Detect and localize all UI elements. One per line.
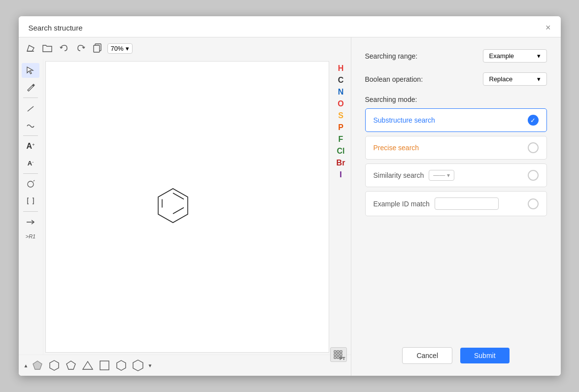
editor-area: A + A - (19, 59, 351, 355)
redo-icon[interactable] (74, 41, 88, 55)
svg-marker-15 (83, 361, 93, 369)
atom-Br[interactable]: Br (335, 158, 347, 168)
wave-tool[interactable] (22, 118, 39, 132)
svg-rect-16 (100, 361, 109, 370)
check-icon: ✓ (530, 117, 536, 124)
arrow-tool[interactable] (22, 215, 39, 229)
zoom-dropdown[interactable]: 70% ▾ (107, 43, 133, 54)
svg-rect-3 (94, 45, 100, 52)
atom-H[interactable]: H (336, 63, 346, 74)
cancel-button[interactable]: Cancel (402, 347, 452, 364)
shape-pentagon-outline[interactable] (64, 358, 78, 373)
shape-hexagon-sm[interactable] (114, 358, 129, 373)
draw-tool[interactable] (22, 80, 39, 95)
zoom-arrow-icon: ▾ (126, 45, 129, 52)
submit-button[interactable]: Submit (460, 348, 510, 363)
left-tools: A + A - (19, 59, 43, 355)
similarity-chevron-icon: ▾ (447, 172, 450, 179)
boolean-operation-chevron-icon: ▾ (537, 75, 541, 83)
mode-substructure-search[interactable]: Substructure search ✓ (365, 108, 547, 132)
svg-marker-18 (133, 360, 143, 371)
dialog-title: Search structure (29, 24, 83, 32)
searching-range-label: Searching range: (365, 52, 418, 60)
shape-square[interactable] (97, 358, 112, 373)
line-tool[interactable] (22, 101, 39, 116)
mode-precise-label: Precise search (374, 144, 419, 152)
toolbar-top: 70% ▾ (19, 37, 351, 59)
canvas-drawing-area[interactable] (45, 61, 329, 353)
text-smaller-tool[interactable]: A - (22, 156, 39, 170)
similarity-dropdown-value: —— (433, 172, 445, 179)
copy-icon[interactable] (91, 41, 104, 55)
similarity-sub-dropdown[interactable]: —— ▾ (429, 170, 454, 181)
atom-S[interactable]: S (336, 110, 345, 121)
tool-divider-1 (23, 98, 38, 98)
svg-rect-21 (340, 351, 342, 353)
mode-options-container: Substructure search ✓ Precise search (365, 108, 547, 216)
shape-pentagon-filled[interactable] (30, 358, 45, 373)
precise-radio-unchecked (528, 142, 539, 153)
boolean-operation-dropdown[interactable]: Replace ▾ (483, 72, 547, 86)
atom-F[interactable]: F (337, 134, 345, 145)
svg-rect-26 (337, 357, 339, 359)
folder-icon[interactable] (40, 41, 54, 55)
svg-point-6 (28, 181, 34, 187)
svg-marker-4 (27, 67, 33, 74)
r1-label: >R1 (26, 233, 36, 239)
example-id-input[interactable] (435, 197, 499, 210)
mode-example-id-match[interactable]: Example ID match (365, 191, 547, 216)
cursor-tool[interactable] (22, 63, 39, 78)
svg-rect-25 (334, 357, 336, 359)
svg-line-10 (173, 208, 184, 214)
svg-marker-14 (67, 361, 75, 369)
mode-example-left: Example ID match (374, 197, 499, 210)
right-panel: Searching range: Example ▾ Boolean opera… (351, 37, 561, 376)
zoom-value: 70% (111, 45, 124, 52)
undo-icon[interactable] (57, 41, 71, 55)
shape-hexagon-outline-5[interactable] (47, 358, 62, 373)
boolean-operation-row: Boolean operation: Replace ▾ (365, 72, 547, 86)
spacer (365, 230, 547, 337)
mode-substructure-label: Substructure search (374, 116, 435, 124)
shape-triangle[interactable] (80, 358, 95, 373)
periodic-table-icon[interactable]: PT (330, 347, 347, 362)
atom-Cl[interactable]: Cl (335, 146, 347, 157)
shape-hexagon-lg[interactable] (131, 358, 145, 373)
mode-similarity-label: Similarity search (374, 171, 424, 179)
svg-rect-19 (334, 351, 336, 353)
svg-rect-20 (337, 351, 339, 353)
close-button[interactable]: × (545, 23, 551, 32)
svg-rect-22 (334, 354, 336, 356)
text-larger-tool[interactable]: A + (22, 139, 39, 154)
dialog-footer: Cancel Submit (365, 347, 547, 364)
mode-substructure-left: Substructure search (374, 116, 435, 124)
svg-marker-8 (158, 189, 188, 223)
tool-divider-4 (23, 211, 38, 212)
ring-tool[interactable] (22, 177, 39, 192)
shapes-scroll-right[interactable]: ▼ (147, 363, 152, 368)
search-structure-dialog: Search structure × (19, 16, 561, 376)
bracket-tool[interactable] (22, 194, 39, 208)
atom-C[interactable]: C (336, 75, 346, 86)
shapes-scroll-left[interactable]: ▲ (24, 363, 29, 368)
mode-similarity-search[interactable]: Similarity search —— ▾ (365, 163, 547, 187)
mode-similarity-left: Similarity search —— ▾ (374, 170, 455, 181)
dialog-body: 70% ▾ (19, 37, 561, 376)
mode-precise-left: Precise search (374, 144, 419, 152)
mode-precise-search[interactable]: Precise search (365, 136, 547, 160)
left-panel: 70% ▾ (19, 37, 351, 376)
example-radio-unchecked (528, 198, 539, 209)
r1-label-container: >R1 (26, 231, 36, 240)
searching-range-value: Example (489, 52, 514, 60)
searching-range-dropdown[interactable]: Example ▾ (483, 49, 547, 63)
eraser-icon[interactable] (24, 41, 37, 55)
svg-marker-12 (33, 361, 42, 369)
searching-mode-section: Searching mode: Substructure search ✓ (365, 96, 547, 220)
atom-N[interactable]: N (336, 87, 346, 98)
atom-O[interactable]: O (336, 98, 345, 109)
svg-marker-13 (50, 360, 59, 370)
atom-P[interactable]: P (336, 122, 345, 133)
dialog-header: Search structure × (19, 16, 561, 37)
substructure-radio-checked: ✓ (528, 115, 539, 126)
atom-I[interactable]: I (338, 169, 343, 180)
